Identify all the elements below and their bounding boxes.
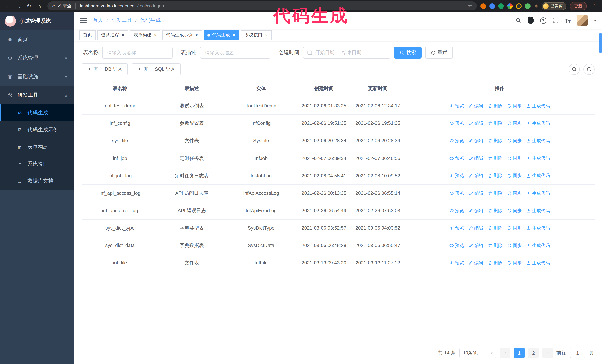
address-bar[interactable]: ⚠ 不安全 dashboard.yudao.iocoder.cn/tool/co… xyxy=(47,1,477,10)
tab-close-icon[interactable]: × xyxy=(233,32,236,37)
toggle-search-button[interactable] xyxy=(569,64,580,75)
browser-back-icon[interactable]: ← xyxy=(4,1,13,10)
preview-link[interactable]: 预览 xyxy=(450,242,464,249)
edit-link[interactable]: 编辑 xyxy=(469,137,483,144)
browser-home-icon[interactable]: ⌂ xyxy=(35,1,44,10)
tab[interactable]: 系统接口 × xyxy=(241,30,271,40)
reset-button[interactable]: 重置 xyxy=(425,47,453,59)
sync-link[interactable]: 同步 xyxy=(507,242,522,249)
edit-link[interactable]: 编辑 xyxy=(469,190,483,197)
preview-link[interactable]: 预览 xyxy=(450,103,464,109)
sidebar-item-codegen[interactable]: </> 代码生成 xyxy=(0,104,74,122)
extension-icon[interactable] xyxy=(507,3,513,9)
extension-icon[interactable] xyxy=(516,3,522,9)
sidebar-item-api[interactable]: ≡ 系统接口 xyxy=(0,156,74,173)
browser-reload-icon[interactable]: ↻ xyxy=(24,1,33,10)
table-name-input[interactable] xyxy=(102,47,173,59)
security-indicator[interactable]: ⚠ 不安全 xyxy=(52,3,75,9)
sidebar-item-codegen-demo[interactable]: ☑ 代码生成示例 xyxy=(0,122,74,138)
sidebar-item-infra[interactable]: ▣ 基础设施 ∨ xyxy=(0,67,74,86)
edit-link[interactable]: 编辑 xyxy=(469,242,483,249)
sync-link[interactable]: 同步 xyxy=(507,190,522,197)
tab-close-icon[interactable]: × xyxy=(154,32,157,37)
generate-code-link[interactable]: 生成代码 xyxy=(527,103,550,109)
extension-icon[interactable] xyxy=(481,3,486,9)
date-range-picker[interactable]: 开始日期 - 结束日期 xyxy=(303,47,390,59)
generate-code-link[interactable]: 生成代码 xyxy=(527,137,550,144)
edit-link[interactable]: 编辑 xyxy=(469,155,483,162)
preview-link[interactable]: 预览 xyxy=(450,172,464,179)
font-size-icon[interactable]: TT xyxy=(565,17,570,23)
sidebar-item-devtools[interactable]: ⚒ 研发工具 ∧ xyxy=(0,86,74,104)
edit-link[interactable]: 编辑 xyxy=(469,207,483,214)
tab-close-icon[interactable]: × xyxy=(121,32,124,37)
sync-link[interactable]: 同步 xyxy=(507,225,522,232)
generate-code-link[interactable]: 生成代码 xyxy=(527,120,550,127)
delete-link[interactable]: 删除 xyxy=(488,242,503,249)
search-icon[interactable] xyxy=(515,17,521,23)
sidebar-item-system[interactable]: ⚙ 系统管理 ∨ xyxy=(0,49,74,67)
sync-link[interactable]: 同步 xyxy=(507,207,522,214)
preview-link[interactable]: 预览 xyxy=(450,225,464,232)
sidebar-toggle-icon[interactable] xyxy=(80,18,87,23)
fullscreen-icon[interactable] xyxy=(553,17,559,23)
delete-link[interactable]: 删除 xyxy=(488,172,503,179)
edit-link[interactable]: 编辑 xyxy=(469,120,483,127)
generate-code-link[interactable]: 生成代码 xyxy=(527,155,550,162)
sidebar-item-db-doc[interactable]: ☷ 数据库文档 xyxy=(0,173,74,190)
sync-link[interactable]: 同步 xyxy=(507,103,522,109)
search-button[interactable]: 搜索 xyxy=(394,47,422,59)
page-button-2[interactable]: 2 xyxy=(528,348,539,358)
generate-code-link[interactable]: 生成代码 xyxy=(527,190,550,197)
browser-menu-icon[interactable]: ⋮ xyxy=(590,3,598,9)
tab[interactable]: 首页 xyxy=(79,30,96,40)
extension-icon[interactable] xyxy=(525,3,531,9)
help-icon[interactable]: ? xyxy=(540,17,546,23)
generate-code-link[interactable]: 生成代码 xyxy=(527,242,550,249)
page-size-select[interactable]: 10条/页 ▾ xyxy=(459,348,496,358)
tab[interactable]: 代码生成示例 × xyxy=(162,30,202,40)
import-sql-button[interactable]: 基于 SQL 导入 xyxy=(132,63,181,75)
preview-link[interactable]: 预览 xyxy=(450,137,464,144)
github-icon[interactable] xyxy=(527,17,534,23)
sidebar-item-home[interactable]: ◉ 首页 xyxy=(0,30,74,49)
delete-link[interactable]: 删除 xyxy=(488,103,503,109)
tab[interactable]: 表单构建 × xyxy=(130,30,161,40)
tab-close-icon[interactable]: × xyxy=(195,32,198,37)
generate-code-link[interactable]: 生成代码 xyxy=(527,207,550,214)
profile-paused-badge[interactable]: 已暂停 xyxy=(542,2,566,10)
generate-code-link[interactable]: 生成代码 xyxy=(527,225,550,232)
chrome-update-button[interactable]: 更新 xyxy=(570,2,587,10)
preview-link[interactable]: 预览 xyxy=(450,260,464,266)
generate-code-link[interactable]: 生成代码 xyxy=(527,260,550,266)
preview-link[interactable]: 预览 xyxy=(450,190,464,197)
delete-link[interactable]: 删除 xyxy=(488,260,503,266)
sidebar-logo[interactable]: 芋道管理系统 xyxy=(0,12,74,30)
preview-link[interactable]: 预览 xyxy=(450,120,464,127)
breadcrumb-devtools[interactable]: 研发工具 xyxy=(111,17,132,24)
extensions-puzzle-icon[interactable]: ❖ xyxy=(534,3,538,9)
delete-link[interactable]: 删除 xyxy=(488,207,503,214)
goto-page-input[interactable] xyxy=(570,348,585,358)
sync-link[interactable]: 同步 xyxy=(507,172,522,179)
edit-link[interactable]: 编辑 xyxy=(469,260,483,266)
delete-link[interactable]: 删除 xyxy=(488,120,503,127)
delete-link[interactable]: 删除 xyxy=(488,190,503,197)
table-desc-input[interactable] xyxy=(200,47,270,59)
tab[interactable]: 链路追踪 × xyxy=(97,30,128,40)
extension-icon[interactable] xyxy=(498,3,504,9)
sync-link[interactable]: 同步 xyxy=(507,120,522,127)
next-page-button[interactable]: › xyxy=(542,348,553,358)
refresh-table-button[interactable] xyxy=(583,64,595,75)
sync-link[interactable]: 同步 xyxy=(507,137,522,144)
delete-link[interactable]: 删除 xyxy=(488,155,503,162)
edit-link[interactable]: 编辑 xyxy=(469,103,483,109)
avatar-caret-icon[interactable]: ▾ xyxy=(594,18,596,22)
browser-forward-icon[interactable]: → xyxy=(14,1,23,10)
scrollbar-thumb[interactable] xyxy=(599,32,602,53)
prev-page-button[interactable]: ‹ xyxy=(500,348,510,358)
sync-link[interactable]: 同步 xyxy=(507,155,522,162)
user-avatar[interactable] xyxy=(577,15,588,26)
preview-link[interactable]: 预览 xyxy=(450,155,464,162)
breadcrumb-home[interactable]: 首页 xyxy=(93,17,103,24)
